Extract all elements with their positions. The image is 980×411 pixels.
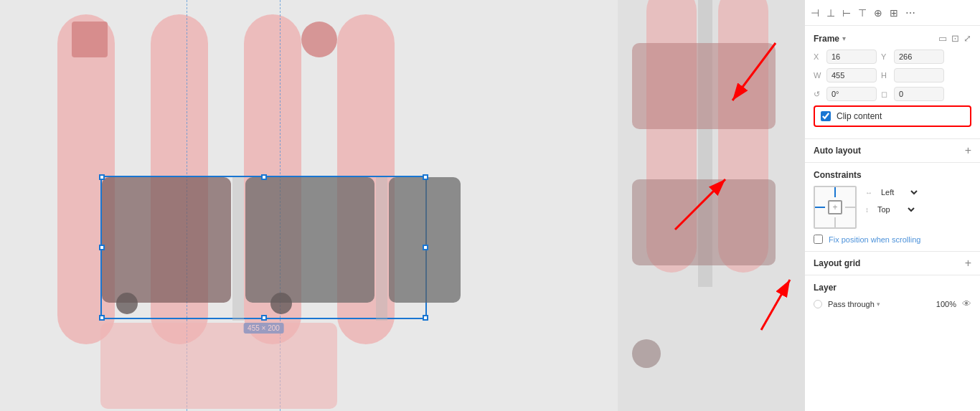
vertical-constraint-select[interactable]: Top Bottom Center Scale xyxy=(872,203,917,216)
constraint-line-bottom xyxy=(834,217,836,227)
layout-grid-title: Layout grid xyxy=(814,258,860,268)
clip-content-checkbox[interactable] xyxy=(821,111,831,121)
w-input[interactable] xyxy=(826,68,877,82)
svg-line-5 xyxy=(761,280,790,330)
app-layout: 455 × 200 xyxy=(0,0,980,411)
layout-grid-add-btn[interactable]: + xyxy=(965,258,971,269)
h-label: H xyxy=(881,71,890,80)
h-constraint-icon: ↔ xyxy=(865,189,872,197)
angle-row: ↺ ◻ xyxy=(814,87,971,101)
align-bottom-icon[interactable]: ⊞ xyxy=(890,7,898,19)
x-input[interactable] xyxy=(826,49,877,64)
constraint-selectors: ↔ Left Right Center Scale ↕ Top Bottom xyxy=(865,186,920,216)
frame-title-group: Frame ▾ xyxy=(814,34,846,44)
layer-visibility-icon[interactable]: 👁 xyxy=(962,298,971,309)
layer-mode-label: Pass through xyxy=(828,300,875,308)
angle-label: ↺ xyxy=(814,90,822,99)
auto-layout-title: Auto layout xyxy=(814,146,861,156)
layout-grid-row: Layout grid + xyxy=(805,252,980,275)
rc-circle-1 xyxy=(632,339,661,368)
pink-square-top xyxy=(72,22,108,57)
handle-mid-right[interactable] xyxy=(423,245,428,250)
resize-icon[interactable]: ⊡ xyxy=(951,33,959,44)
horizontal-constraint-select[interactable]: Left Right Center Scale xyxy=(875,186,920,199)
align-top-icon[interactable]: ⊤ xyxy=(858,7,867,19)
inner-circle-1 xyxy=(116,293,138,314)
auto-layout-row: Auto layout + xyxy=(805,139,980,163)
layer-mode-selector[interactable]: Pass through ▾ xyxy=(828,300,925,308)
main-canvas: 455 × 200 xyxy=(0,0,618,411)
fix-position-row: Fix position when scrolling xyxy=(814,235,971,244)
vertical-constraint-row: ↕ Top Bottom Center Scale xyxy=(865,203,920,216)
layer-opacity-value[interactable]: 100% xyxy=(931,300,956,308)
handle-bottom-right[interactable] xyxy=(423,315,428,321)
constraint-center-box: + xyxy=(828,200,842,214)
frame-header: Frame ▾ ▭ ⊡ ⤢ xyxy=(814,33,971,44)
frame-title: Frame xyxy=(814,34,839,44)
horizontal-constraint-row: ↔ Left Right Center Scale xyxy=(865,186,920,199)
inner-rect-1 xyxy=(102,177,231,303)
clip-content-label[interactable]: Clip content xyxy=(837,111,882,121)
v-constraint-icon: ↕ xyxy=(865,206,869,214)
constraints-grid: + ↔ Left Right Center Scale ↕ xyxy=(814,186,971,229)
handle-bottom-left[interactable] xyxy=(99,315,105,321)
selected-frame[interactable]: 455 × 200 xyxy=(100,176,427,319)
y-label: Y xyxy=(881,52,890,61)
inner-rect-2 xyxy=(245,177,374,303)
layer-section: Layer Pass through ▾ 100% 👁 xyxy=(805,275,980,316)
expand-icon[interactable]: ⤢ xyxy=(963,33,971,44)
align-left-icon[interactable]: ⊣ xyxy=(811,7,819,19)
corner-input[interactable] xyxy=(894,87,944,101)
xy-row: X Y xyxy=(814,49,971,64)
x-label: X xyxy=(814,52,822,61)
pink-rect-bottom xyxy=(100,323,337,409)
frame-section: Frame ▾ ▭ ⊡ ⤢ X Y W H xyxy=(805,26,980,139)
pink-circle-top xyxy=(301,22,337,57)
constraints-section: Constraints + ↔ Left Right xyxy=(805,163,980,252)
mid-canvas xyxy=(618,0,804,411)
layer-mode-chevron: ▾ xyxy=(877,301,880,308)
layer-row: Pass through ▾ 100% 👁 xyxy=(814,298,971,309)
constraint-line-top xyxy=(834,187,836,197)
layer-title: Layer xyxy=(814,283,837,293)
handle-bottom-mid[interactable] xyxy=(261,315,267,321)
inner-rect-3 xyxy=(389,177,461,303)
rc-dark-rect-2 xyxy=(632,179,776,265)
constraint-diagram: + xyxy=(814,186,857,229)
w-label: W xyxy=(814,71,822,80)
angle-input[interactable] xyxy=(826,87,877,101)
constraint-line-left xyxy=(815,207,825,208)
stripe-1 xyxy=(232,177,244,321)
y-input[interactable] xyxy=(894,49,944,64)
corner-label: ◻ xyxy=(881,90,890,99)
constraints-title: Constraints xyxy=(814,170,862,180)
handle-mid-left[interactable] xyxy=(99,245,105,250)
rc-dark-rect-1 xyxy=(632,43,776,129)
align-center-h-icon[interactable]: ⊕ xyxy=(874,7,882,19)
device-icon[interactable]: ▭ xyxy=(938,33,947,44)
handle-top-right[interactable] xyxy=(423,174,428,180)
handle-top-left[interactable] xyxy=(99,174,105,180)
properties-panel: ⊣ ⊥ ⊢ ⊤ ⊕ ⊞ ⋯ Frame ▾ ▭ ⊡ ⤢ xyxy=(804,0,980,411)
panel-toolbar: ⊣ ⊥ ⊢ ⊤ ⊕ ⊞ ⋯ xyxy=(805,0,980,26)
align-center-v-icon[interactable]: ⊥ xyxy=(826,7,835,19)
clip-content-row: Clip content xyxy=(814,105,971,127)
auto-layout-add-btn[interactable]: + xyxy=(965,145,971,156)
wh-row: W H xyxy=(814,68,971,82)
stripe-2 xyxy=(376,177,387,321)
frame-icons-group: ▭ ⊡ ⤢ xyxy=(938,33,971,44)
fix-position-checkbox[interactable] xyxy=(814,235,823,244)
fix-position-label[interactable]: Fix position when scrolling xyxy=(829,235,920,244)
handle-top-mid[interactable] xyxy=(261,174,267,180)
align-right-icon[interactable]: ⊢ xyxy=(842,7,851,19)
frame-chevron[interactable]: ▾ xyxy=(842,34,846,42)
h-input[interactable] xyxy=(894,68,944,82)
more-icon[interactable]: ⋯ xyxy=(905,7,915,19)
constraint-line-right xyxy=(845,207,855,208)
layer-circle-icon xyxy=(814,300,822,308)
inner-circle-2 xyxy=(270,293,292,314)
